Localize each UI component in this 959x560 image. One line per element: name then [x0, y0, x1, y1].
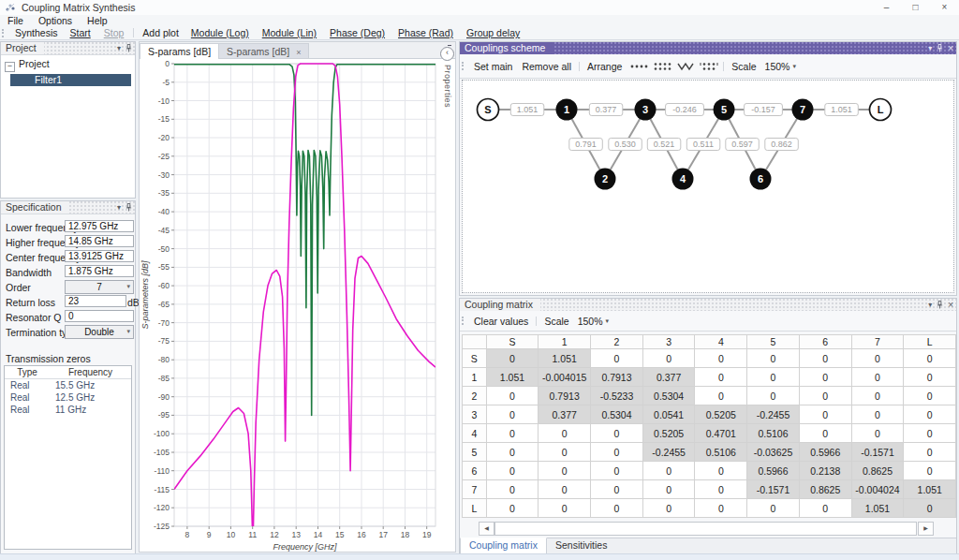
tz-row[interactable]: Real12.5 GHz [5, 391, 131, 404]
coupling-value-6-7[interactable]: 0.862 [765, 139, 799, 151]
matrix-cell-3-6[interactable]: 0 [799, 405, 851, 424]
order-dropdown[interactable]: 7▾ [65, 280, 134, 294]
tz-row[interactable]: Real15.5 GHz [5, 379, 131, 391]
scheme-node-2[interactable]: 2 [595, 169, 616, 190]
pin-icon[interactable] [125, 203, 132, 212]
panel-menu-icon[interactable]: ▾ [928, 299, 932, 311]
matrix-cell-S-5[interactable]: 0 [747, 349, 800, 368]
lower-frequency-field[interactable] [65, 220, 134, 232]
matrix-cell-L-2[interactable]: 0 [591, 499, 643, 518]
matrix-cell-L-L[interactable]: 0 [904, 499, 956, 518]
center-frequency-field[interactable] [65, 250, 134, 262]
tree-expander-icon[interactable]: − [5, 62, 15, 72]
matrix-cell-L-5[interactable]: 0 [747, 499, 800, 518]
matrix-cell-S-7[interactable]: 0 [851, 349, 904, 368]
scale-dropdown[interactable]: 150% ▾ [761, 61, 800, 72]
matrix-cell-2-1[interactable]: 0.7913 [539, 387, 591, 405]
matrix-cell-6-2[interactable]: 0 [591, 462, 643, 480]
matrix-cell-7-4[interactable]: 0 [695, 480, 747, 499]
scrollbar-track[interactable] [494, 522, 917, 536]
matrix-cell-1-3[interactable]: 0.377 [642, 368, 695, 387]
matrix-cell-2-2[interactable]: -0.5233 [591, 387, 643, 405]
scheme-node-3[interactable]: 3 [635, 99, 657, 121]
maximize-button[interactable]: □ [901, 0, 930, 15]
matrix-cell-7-2[interactable]: 0 [591, 480, 643, 499]
matrix-cell-6-4[interactable]: 0 [695, 462, 747, 480]
matrix-cell-S-6[interactable]: 0 [799, 349, 851, 368]
matrix-cell-5-S[interactable]: 0 [486, 443, 539, 462]
matrix-cell-L-4[interactable]: 0 [695, 499, 747, 518]
matrix-cell-5-6[interactable]: 0.5966 [799, 443, 851, 462]
higher-frequency-field[interactable] [65, 235, 134, 247]
bandwidth-field[interactable] [65, 265, 134, 277]
menu-help[interactable]: Help [80, 15, 115, 26]
tab-sensitivities[interactable]: Sensitivities [547, 538, 615, 553]
properties-expand-button[interactable]: ‹ [440, 47, 454, 61]
matrix-cell-1-2[interactable]: 0.7913 [591, 368, 643, 387]
matrix-cell-6-1[interactable]: 0 [539, 462, 591, 480]
matrix-cell-2-7[interactable]: 0 [851, 387, 904, 405]
matrix-cell-6-L[interactable]: 0 [904, 462, 956, 480]
scheme-node-5[interactable]: 5 [714, 99, 735, 121]
matrix-cell-5-3[interactable]: -0.2455 [642, 443, 695, 462]
coupling-value-1-2[interactable]: 0.791 [569, 139, 603, 151]
matrix-cell-3-L[interactable]: 0 [904, 405, 956, 424]
matrix-cell-L-6[interactable]: 0 [799, 499, 851, 518]
menu-options[interactable]: Options [31, 15, 80, 26]
matrix-cell-1-S[interactable]: 1.051 [486, 368, 539, 387]
group-delay-button[interactable]: Group delay [466, 27, 520, 38]
matrix-cell-4-5[interactable]: 0.5106 [747, 424, 800, 443]
scale-dropdown[interactable]: 150% ▾ [574, 316, 612, 327]
matrix-cell-3-3[interactable]: 0.0541 [642, 405, 695, 424]
toolbar-grip[interactable] [2, 29, 7, 37]
coupling-value-2-3[interactable]: 0.530 [609, 139, 642, 151]
matrix-cell-L-1[interactable]: 0 [539, 499, 591, 518]
matrix-cell-4-7[interactable]: 0 [851, 424, 904, 443]
matrix-cell-L-3[interactable]: 0 [642, 499, 695, 518]
close-icon[interactable]: × [948, 42, 953, 54]
matrix-cell-5-4[interactable]: 0.5106 [695, 443, 747, 462]
tree-item-project[interactable]: −Project [1, 55, 135, 72]
coupling-value-3-4[interactable]: 0.521 [647, 139, 681, 151]
phase-rad-button[interactable]: Phase (Rad) [398, 27, 453, 38]
close-button[interactable]: × [930, 0, 959, 15]
matrix-cell-S-3[interactable]: 0 [642, 349, 695, 368]
tree-item-filter1[interactable]: Filter1 [10, 74, 131, 86]
matrix-cell-3-1[interactable]: 0.377 [539, 405, 591, 424]
matrix-cell-5-1[interactable]: 0 [539, 443, 591, 462]
matrix-cell-3-4[interactable]: 0.5205 [695, 405, 747, 424]
clear-values-button[interactable]: Clear values [469, 316, 533, 327]
matrix-cell-3-7[interactable]: 0 [851, 405, 904, 424]
scheme-node-S[interactable]: S [478, 99, 499, 121]
matrix-cell-1-L[interactable]: 0 [904, 368, 956, 387]
matrix-cell-7-3[interactable]: 0 [642, 480, 695, 499]
matrix-cell-7-L[interactable]: 1.051 [904, 480, 956, 499]
matrix-cell-5-5[interactable]: -0.03625 [747, 443, 800, 462]
matrix-cell-6-7[interactable]: 0.8625 [851, 462, 904, 480]
matrix-cell-2-S[interactable]: 0 [486, 387, 539, 405]
coupling-value-7-L[interactable]: 1.051 [825, 104, 859, 116]
matrix-cell-2-6[interactable]: 0 [799, 387, 851, 405]
panel-menu-icon[interactable]: ▾ [928, 42, 932, 54]
matrix-cell-5-7[interactable]: -0.1571 [851, 443, 904, 462]
matrix-cell-S-L[interactable]: 0 [904, 349, 956, 368]
matrix-cell-S-2[interactable]: 0 [591, 349, 643, 368]
close-icon[interactable]: × [948, 299, 953, 311]
scheme-node-1[interactable]: 1 [556, 99, 578, 121]
matrix-cell-6-3[interactable]: 0 [642, 462, 695, 480]
module-lin-button[interactable]: Module (Lin) [262, 27, 317, 38]
matrix-cell-6-6[interactable]: 0.2138 [799, 462, 851, 480]
set-main-button[interactable]: Set main [469, 61, 517, 72]
matrix-cell-3-5[interactable]: -0.2455 [747, 405, 800, 424]
remove-all-button[interactable]: Remove all [517, 61, 576, 72]
matrix-cell-4-1[interactable]: 0 [539, 424, 591, 443]
coupling-value-5-6[interactable]: 0.597 [726, 139, 760, 151]
matrix-cell-7-7[interactable]: -0.004024 [851, 480, 904, 499]
coupling-value-1-3[interactable]: 0.377 [589, 104, 623, 116]
matrix-cell-1-6[interactable]: 0 [799, 368, 851, 387]
matrix-cell-6-5[interactable]: 0.5966 [747, 462, 800, 480]
matrix-cell-4-2[interactable]: 0 [591, 424, 643, 443]
pin-icon[interactable] [937, 44, 943, 52]
arrange-inline-icon[interactable] [627, 58, 650, 75]
matrix-cell-5-L[interactable]: 0 [904, 443, 956, 462]
